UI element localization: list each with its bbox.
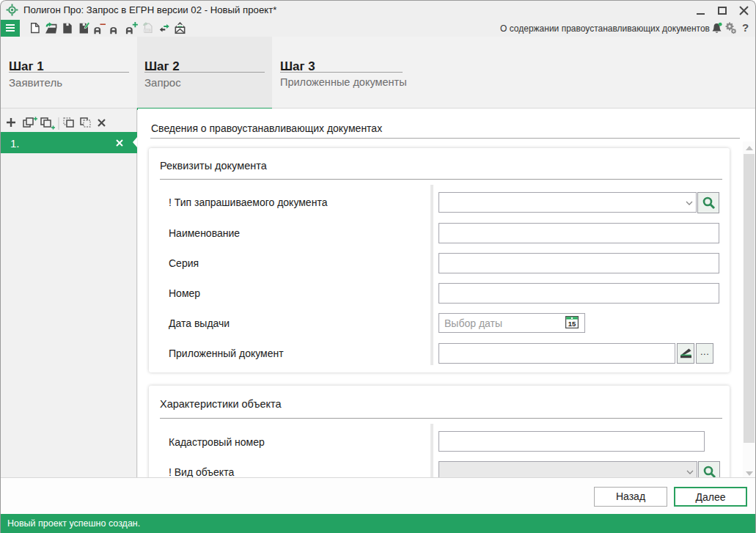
- svg-text:15: 15: [568, 320, 576, 328]
- svg-text:XML: XML: [144, 29, 151, 33]
